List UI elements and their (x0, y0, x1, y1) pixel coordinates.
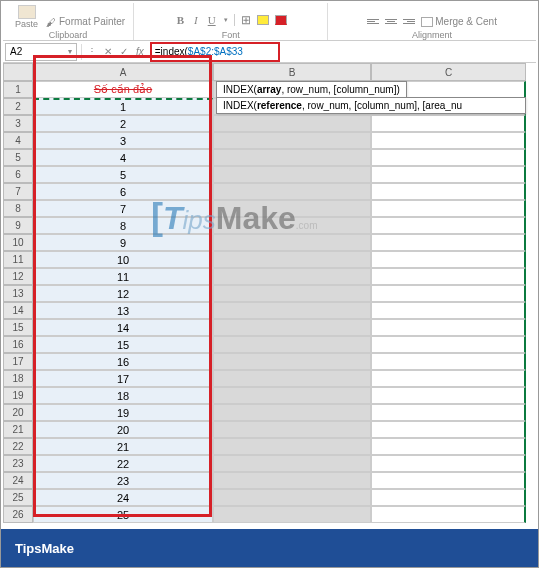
row-header[interactable]: 8 (3, 200, 33, 217)
align-right-button[interactable] (403, 19, 415, 24)
cell[interactable] (213, 455, 371, 472)
cell[interactable] (213, 234, 371, 251)
cell[interactable] (213, 132, 371, 149)
cell[interactable] (371, 370, 526, 387)
cell[interactable]: 23 (33, 472, 213, 489)
cell[interactable] (213, 217, 371, 234)
cell[interactable] (213, 115, 371, 132)
cell[interactable] (213, 285, 371, 302)
cell[interactable] (213, 387, 371, 404)
cell[interactable]: 9 (33, 234, 213, 251)
cell[interactable] (371, 132, 526, 149)
select-all-corner[interactable] (3, 63, 33, 81)
row-header[interactable]: 17 (3, 353, 33, 370)
cell[interactable] (371, 438, 526, 455)
row-header[interactable]: 25 (3, 489, 33, 506)
row-header[interactable]: 22 (3, 438, 33, 455)
cell[interactable] (213, 166, 371, 183)
row-header[interactable]: 12 (3, 268, 33, 285)
cell[interactable] (371, 149, 526, 166)
cell[interactable] (371, 506, 526, 523)
cell[interactable] (371, 251, 526, 268)
cell[interactable] (371, 115, 526, 132)
cell[interactable] (213, 489, 371, 506)
cell[interactable] (213, 370, 371, 387)
function-tooltip-2[interactable]: INDEX(reference, row_num, [column_num], … (216, 97, 526, 114)
cell[interactable]: 5 (33, 166, 213, 183)
cell[interactable]: 11 (33, 268, 213, 285)
row-header[interactable]: 19 (3, 387, 33, 404)
cell[interactable]: 12 (33, 285, 213, 302)
cell[interactable]: 25 (33, 506, 213, 523)
cell[interactable] (371, 489, 526, 506)
row-header[interactable]: 13 (3, 285, 33, 302)
cell[interactable]: 2 (33, 115, 213, 132)
fx-label[interactable]: fx (136, 46, 144, 57)
row-header[interactable]: 23 (3, 455, 33, 472)
bold-button[interactable]: B (175, 14, 186, 26)
format-painter-button[interactable]: 🖌 Format Painter (46, 16, 125, 27)
row-header[interactable]: 7 (3, 183, 33, 200)
cell[interactable] (371, 200, 526, 217)
cell[interactable]: 14 (33, 319, 213, 336)
cell[interactable] (213, 472, 371, 489)
row-header[interactable]: 2 (3, 98, 33, 115)
align-left-button[interactable] (367, 19, 379, 24)
chevron-down-icon[interactable]: ▾ (68, 47, 72, 56)
cell[interactable] (371, 302, 526, 319)
cell[interactable]: 17 (33, 370, 213, 387)
row-header[interactable]: 3 (3, 115, 33, 132)
cell[interactable] (213, 421, 371, 438)
cell[interactable] (213, 319, 371, 336)
cell[interactable] (371, 421, 526, 438)
cell[interactable]: 20 (33, 421, 213, 438)
cell[interactable] (213, 302, 371, 319)
cell[interactable]: Số cần đảo (33, 81, 213, 98)
cell[interactable] (213, 251, 371, 268)
row-header[interactable]: 11 (3, 251, 33, 268)
cell[interactable] (213, 268, 371, 285)
formula-input[interactable]: =index($A$2:$A$33 (150, 42, 280, 62)
row-header[interactable]: 20 (3, 404, 33, 421)
border-button[interactable]: ⊞ (241, 13, 251, 27)
row-header[interactable]: 5 (3, 149, 33, 166)
cell[interactable]: 19 (33, 404, 213, 421)
row-header[interactable]: 18 (3, 370, 33, 387)
cell[interactable] (371, 353, 526, 370)
italic-button[interactable]: I (192, 14, 200, 26)
cell[interactable] (371, 319, 526, 336)
cell[interactable] (213, 353, 371, 370)
cell[interactable] (371, 472, 526, 489)
cell[interactable]: 1 (33, 98, 213, 115)
fill-color-button[interactable] (257, 15, 269, 25)
row-header[interactable]: 10 (3, 234, 33, 251)
cell[interactable]: 22 (33, 455, 213, 472)
row-header[interactable]: 6 (3, 166, 33, 183)
cell[interactable] (213, 506, 371, 523)
cell[interactable] (213, 183, 371, 200)
cell[interactable] (371, 268, 526, 285)
cell[interactable] (371, 336, 526, 353)
row-header[interactable]: 16 (3, 336, 33, 353)
column-header-c[interactable]: C (371, 63, 526, 81)
cell[interactable] (213, 149, 371, 166)
cell[interactable]: 6 (33, 183, 213, 200)
column-header-b[interactable]: B (213, 63, 371, 81)
cell[interactable] (371, 455, 526, 472)
cell[interactable] (371, 404, 526, 421)
row-header[interactable]: 9 (3, 217, 33, 234)
cell[interactable] (213, 200, 371, 217)
worksheet[interactable]: A B C 1Số cần đảo21=index($A$2:$A$333243… (3, 63, 536, 529)
row-header[interactable]: 1 (3, 81, 33, 98)
name-box[interactable]: A2 ▾ (5, 43, 77, 61)
cancel-formula-button[interactable]: ✕ (100, 44, 116, 60)
cell[interactable] (213, 336, 371, 353)
cell[interactable]: 18 (33, 387, 213, 404)
cell[interactable]: 24 (33, 489, 213, 506)
cell[interactable]: 16 (33, 353, 213, 370)
cell[interactable]: 21 (33, 438, 213, 455)
cell[interactable]: 13 (33, 302, 213, 319)
row-header[interactable]: 15 (3, 319, 33, 336)
accept-formula-button[interactable]: ✓ (116, 44, 132, 60)
cell[interactable]: 3 (33, 132, 213, 149)
